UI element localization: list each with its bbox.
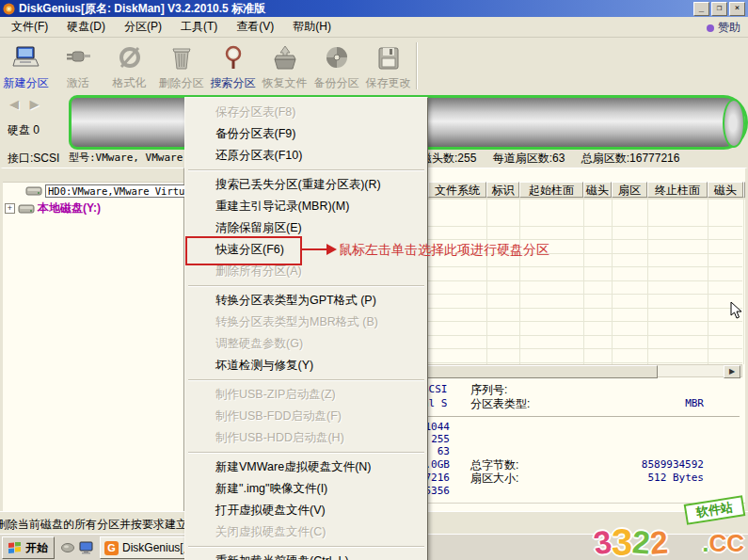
col-filler (743, 182, 745, 198)
desktop-icon[interactable] (79, 541, 94, 554)
menu-help[interactable]: 帮助(H) (283, 17, 341, 37)
window-title: DiskGenius[原名: DiskMan] V3.2.2010.5 标准版 (19, 1, 265, 17)
total-bytes-value: 8589934592 (642, 458, 704, 471)
menu-make-usb-zip: 制作USB-ZIP启动盘(Z) (185, 384, 427, 406)
tree-item-hd0-label: HD0:VMware,VMware Virtual (45, 184, 199, 198)
local-disk-icon (18, 202, 35, 216)
partition-table-type-label: 分区表类型: (470, 396, 530, 412)
sponsor-link[interactable]: 赞助 (707, 20, 740, 36)
new-partition-icon (11, 41, 41, 75)
expander-plus-icon[interactable]: + (5, 203, 15, 214)
col-start-cylinder[interactable]: 起始柱面 (519, 182, 583, 198)
save-changes-button: 保存更改 (362, 38, 414, 94)
tree-item-local-disk[interactable]: + 本地磁盘(Y:) (5, 200, 101, 216)
watermark-ribbon: 软件站 (684, 495, 746, 525)
minimize-button[interactable]: _ (693, 2, 709, 16)
menu-convert-to-gpt[interactable]: 转换分区表类型为GPT格式 (P) (185, 290, 427, 312)
disk-sectors-per-track: 每道扇区数:63 (493, 152, 565, 165)
tree-item-hd0[interactable]: HD0:VMware,VMware Virtual (25, 184, 199, 198)
toolbar-separator (416, 42, 417, 89)
annotation-arrow-line (302, 248, 327, 250)
hard-disk-context-menu: 保存分区表(F8) 备份分区表(F9) 还原分区表(F10) 搜索已丢失分区(重… (184, 97, 428, 560)
menu-bar: 文件(F) 硬盘(D) 分区(P) 工具(T) 查看(V) 帮助(H) 赞助 (0, 17, 748, 38)
disk-label: 硬盘 0 (8, 122, 40, 138)
disk-geometry: 磁头数:255 每道扇区数:63 总扇区数:16777216 (421, 151, 692, 167)
menu-file[interactable]: 文件(F) (2, 17, 57, 37)
menu-open-virtual-disk[interactable]: 打开虚拟硬盘文件(V) (185, 500, 427, 521)
search-partition-icon (218, 41, 248, 75)
status-text: 删除当前磁盘的所有分区并按要求建立 (0, 517, 187, 533)
search-partition-button[interactable]: 搜索分区 (207, 38, 259, 94)
menu-make-usb-fdd: 制作USB-FDD启动盘(F) (185, 406, 427, 427)
annotation-arrow-head (326, 244, 337, 255)
activate-icon (63, 41, 93, 75)
start-button[interactable]: 开始 (2, 536, 55, 559)
title-bar: DiskGenius[原名: DiskMan] V3.2.2010.5 标准版 … (0, 0, 748, 17)
details-separator (422, 416, 740, 417)
start-label: 开始 (25, 540, 48, 556)
col-end-head[interactable]: 磁头 (708, 182, 743, 198)
menu-search-lost-partition[interactable]: 搜索已丢失分区(重建分区表)(R) (185, 174, 427, 196)
disk-tree-panel: HD0:VMware,VMware Virtual + 本地磁盘(Y:) (0, 168, 184, 511)
close-button[interactable]: × (729, 2, 745, 16)
disk-model: 型号:VMware, VMware V (69, 151, 196, 165)
menu-backup-partition-table[interactable]: 备份分区表(F9) (185, 123, 427, 145)
annotation-text: 鼠标左击单击选择此项进行硬盘分区 (339, 242, 549, 259)
new-partition-button[interactable]: 新建分区 (0, 38, 52, 94)
backup-partition-button: 备份分区 (310, 38, 362, 94)
menu-disk[interactable]: 硬盘(D) (57, 17, 115, 37)
menu-separator (188, 546, 424, 548)
menu-reload-current-disk[interactable]: 重新加载当前硬盘(Ctrl_L) (185, 551, 427, 560)
col-end-cylinder[interactable]: 终止柱面 (647, 182, 708, 198)
windows-logo-icon (8, 542, 22, 554)
menu-tools[interactable]: 工具(T) (171, 17, 227, 37)
disk-nav-arrows[interactable]: ◀ ▶ (9, 97, 43, 111)
restore-button[interactable]: ❐ (711, 2, 727, 16)
delete-partition-icon (167, 41, 197, 75)
chip-icon[interactable] (60, 541, 75, 554)
col-head[interactable]: 磁头 (583, 182, 612, 198)
sector-size-label: 扇区大小: (470, 471, 518, 487)
menu-bad-track-check[interactable]: 坏道检测与修复(Y) (185, 355, 427, 376)
diskgenius-icon: G (104, 541, 119, 555)
disk-cylinder-cap (723, 99, 745, 148)
save-changes-icon (374, 41, 404, 75)
backup-partition-icon (322, 41, 352, 75)
partition-table-type-value: MBR (685, 397, 704, 409)
col-filesystem[interactable]: 文件系统 (428, 182, 486, 198)
diskgenius-window: DiskGenius[原名: DiskMan] V3.2.2010.5 标准版 … (0, 0, 748, 560)
col-flag[interactable]: 标识 (486, 182, 519, 198)
quick-launch (58, 541, 96, 554)
menu-separator (188, 169, 424, 171)
sponsor-label: 赞助 (718, 20, 740, 36)
menu-restore-partition-table[interactable]: 还原分区表(F10) (185, 145, 427, 167)
hard-disk-icon (25, 184, 42, 198)
disk-interface: 接口:SCSI (8, 151, 59, 167)
menu-new-vmware-disk[interactable]: 新建VMWare虚拟硬盘文件(N) (185, 456, 427, 478)
menu-convert-to-mbr: 转换分区表类型为MBR格式 (B) (185, 312, 427, 333)
watermark-cc: .CC (702, 529, 744, 558)
menu-adjust-disk-params: 调整硬盘参数(G) (185, 333, 427, 355)
menu-close-virtual-disk: 关闭虚拟硬盘文件(C) (185, 521, 427, 543)
delete-partition-button: 删除分区 (155, 38, 207, 94)
menu-new-img-file[interactable]: 新建".img"映像文件(I) (185, 478, 427, 500)
format-icon (115, 41, 145, 75)
menu-separator (188, 452, 424, 454)
menu-separator (188, 285, 424, 287)
scrollbar-right-arrow[interactable]: ▶ (724, 365, 740, 378)
sector-size-value: 512 Bytes (647, 472, 704, 484)
app-icon (3, 3, 15, 15)
tree-panel-header (3, 168, 183, 183)
watermark-digits: 3322 (594, 524, 668, 558)
menu-save-partition-table: 保存分区表(F8) (185, 102, 427, 123)
format-button: 格式化 (103, 38, 155, 94)
watermark-3322cc: 软件站 3322 .CC (594, 500, 744, 558)
tree-item-local-disk-label: 本地磁盘(Y:) (38, 200, 101, 216)
menu-partition[interactable]: 分区(P) (115, 17, 171, 37)
col-sector[interactable]: 扇区 (612, 182, 647, 198)
disk-heads: 磁头数:255 (421, 152, 476, 165)
menu-rebuild-mbr[interactable]: 重建主引导记录(MBR)(M) (185, 196, 427, 217)
recover-files-icon (270, 41, 300, 75)
activate-button: 激活 (52, 38, 103, 94)
menu-view[interactable]: 查看(V) (227, 17, 283, 37)
